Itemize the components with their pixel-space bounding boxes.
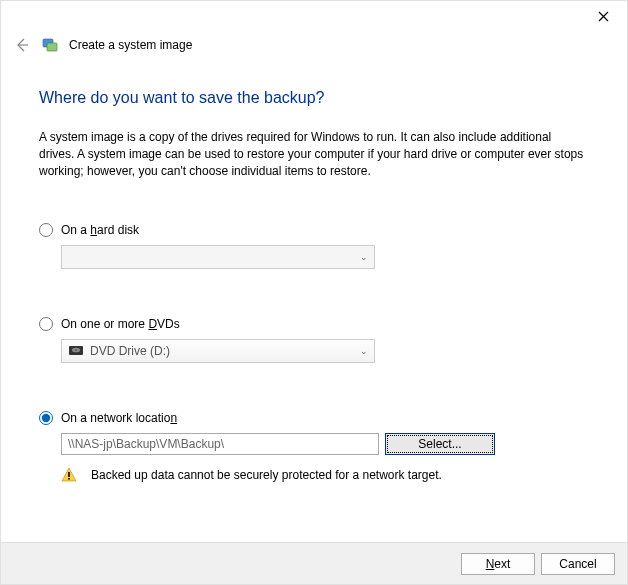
- back-arrow-icon: [14, 37, 30, 53]
- close-icon: [598, 11, 609, 22]
- dvd-drive-icon: [68, 344, 84, 358]
- warning-icon: [61, 467, 77, 483]
- radio-hard-disk-input[interactable]: [39, 223, 53, 237]
- svg-point-4: [75, 350, 77, 351]
- chevron-down-icon: ⌄: [360, 346, 368, 356]
- radio-dvd[interactable]: On one or more DVDs: [39, 317, 589, 331]
- dvd-dropdown[interactable]: DVD Drive (D:) ⌄: [61, 339, 375, 363]
- option-hard-disk: On a hard disk ⌄: [39, 223, 589, 269]
- radio-dvd-label: On one or more DVDs: [61, 317, 180, 331]
- dvd-dropdown-value: DVD Drive (D:): [90, 344, 170, 358]
- option-dvd: On one or more DVDs DVD Drive (D:) ⌄: [39, 317, 589, 363]
- hard-disk-dropdown[interactable]: ⌄: [61, 245, 375, 269]
- option-network: On a network location Select... Backed u…: [39, 411, 589, 483]
- svg-rect-1: [47, 43, 57, 51]
- back-button[interactable]: [13, 36, 31, 54]
- system-image-icon: [41, 36, 59, 54]
- radio-network-input[interactable]: [39, 411, 53, 425]
- close-button[interactable]: [593, 6, 613, 26]
- footer-bar: Next Cancel: [1, 542, 627, 584]
- cancel-button[interactable]: Cancel: [541, 553, 615, 575]
- radio-hard-disk[interactable]: On a hard disk: [39, 223, 589, 237]
- radio-dvd-input[interactable]: [39, 317, 53, 331]
- description-text: A system image is a copy of the drives r…: [39, 129, 589, 179]
- radio-network[interactable]: On a network location: [39, 411, 589, 425]
- header-bar: Create a system image: [1, 31, 627, 59]
- window-title: Create a system image: [69, 38, 192, 52]
- svg-rect-5: [68, 472, 70, 477]
- svg-rect-6: [68, 478, 70, 480]
- radio-network-label: On a network location: [61, 411, 177, 425]
- warning-text: Backed up data cannot be securely protec…: [91, 468, 442, 482]
- network-warning: Backed up data cannot be securely protec…: [61, 467, 589, 483]
- radio-hard-disk-label: On a hard disk: [61, 223, 139, 237]
- main-heading: Where do you want to save the backup?: [39, 89, 589, 107]
- network-path-input[interactable]: [61, 433, 379, 455]
- chevron-down-icon: ⌄: [360, 252, 368, 262]
- next-button[interactable]: Next: [461, 553, 535, 575]
- select-button[interactable]: Select...: [385, 433, 495, 455]
